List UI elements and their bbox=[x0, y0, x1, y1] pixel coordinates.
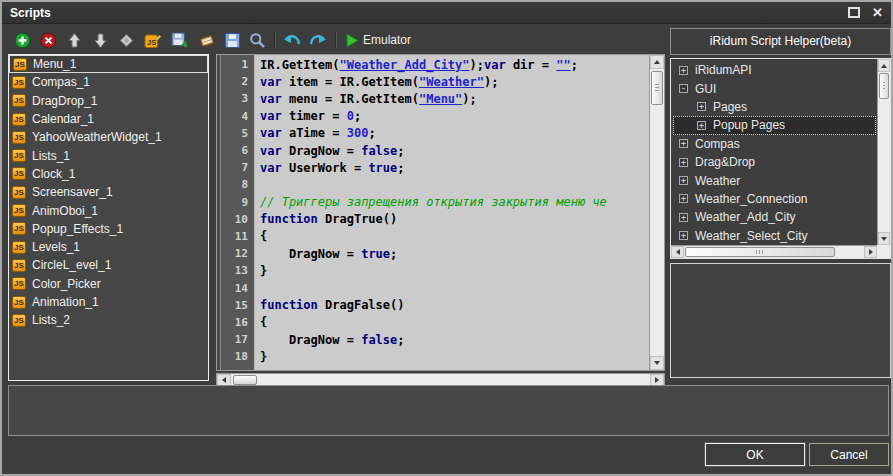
line-number: 14 bbox=[217, 282, 255, 295]
clear-script-button[interactable] bbox=[198, 32, 216, 49]
expand-icon[interactable]: + bbox=[697, 121, 706, 130]
play-icon bbox=[344, 32, 360, 49]
line-number: 7 bbox=[217, 161, 255, 174]
tree-horizontal-scrollbar[interactable] bbox=[671, 245, 877, 258]
scrollbar-thumb[interactable] bbox=[651, 71, 663, 105]
scroll-up-button[interactable] bbox=[650, 55, 664, 69]
expand-icon[interactable]: + bbox=[679, 213, 688, 222]
expand-icon[interactable]: + bbox=[679, 231, 688, 240]
save-script-button[interactable] bbox=[171, 32, 189, 49]
script-list-item[interactable]: JSCalendar_1 bbox=[9, 110, 208, 128]
triangle-right-icon bbox=[869, 249, 873, 255]
tree-item[interactable]: +Pages bbox=[673, 98, 876, 116]
tree-rows[interactable]: +iRidumAPI-GUI+Pages+Popup Pages+Compas+… bbox=[673, 61, 876, 244]
close-button[interactable]: ✕ bbox=[872, 7, 883, 19]
triangle-left-icon bbox=[222, 377, 226, 383]
script-list[interactable]: JSMenu_1JSCompas_1JSDragDrop_1JSCalendar… bbox=[8, 54, 209, 381]
script-list-item[interactable]: JSPopup_Effects_1 bbox=[9, 220, 208, 238]
script-list-item[interactable]: JSLevels_1 bbox=[9, 238, 208, 256]
scrollbar-thumb[interactable] bbox=[233, 375, 257, 385]
tree-item[interactable]: +iRidumAPI bbox=[673, 61, 876, 79]
panel-splitter[interactable] bbox=[210, 54, 215, 381]
code-line: 5var aTime = 300; bbox=[217, 125, 649, 142]
scroll-left-button[interactable] bbox=[671, 246, 684, 258]
find-button[interactable] bbox=[249, 32, 266, 49]
js-file-icon: JS bbox=[12, 241, 26, 254]
titlebar[interactable]: Scripts ✕ bbox=[2, 2, 891, 24]
editor-vertical-scrollbar[interactable] bbox=[649, 55, 664, 370]
maximize-button[interactable] bbox=[848, 7, 860, 18]
script-list-item[interactable]: JSMenu_1 bbox=[9, 55, 208, 73]
tree-item[interactable]: -GUI bbox=[673, 79, 876, 97]
code-area[interactable]: 1IR.GetItem("Weather_Add_City");var dir … bbox=[217, 56, 649, 370]
script-list-item[interactable]: JSYahooWeatherWidget_1 bbox=[9, 128, 208, 146]
tree-item[interactable]: +Weather_Add_City bbox=[673, 208, 876, 226]
triangle-down-icon bbox=[654, 361, 660, 365]
tree-item[interactable]: +Weather_Connection bbox=[673, 190, 876, 208]
scroll-down-button[interactable] bbox=[650, 356, 664, 370]
line-number: 11 bbox=[217, 230, 255, 243]
tree-item[interactable]: +Popup Pages bbox=[673, 116, 876, 134]
arrow-up-icon bbox=[66, 32, 83, 49]
tree-item-label: Compas bbox=[695, 137, 740, 151]
triangle-right-icon bbox=[655, 377, 659, 383]
script-list-item[interactable]: JSCircleL_evel_1 bbox=[9, 256, 208, 274]
floppy-icon bbox=[224, 32, 241, 49]
cancel-button[interactable]: Cancel bbox=[809, 443, 889, 466]
line-number: 8 bbox=[217, 178, 255, 191]
ok-button[interactable]: OK bbox=[705, 443, 805, 466]
script-list-item[interactable]: JSAnimOboi_1 bbox=[9, 201, 208, 219]
emulator-button[interactable]: Emulator bbox=[344, 32, 411, 49]
triangle-down-icon bbox=[881, 237, 887, 241]
line-number: 10 bbox=[217, 213, 255, 226]
script-list-item[interactable]: JSAnimation_1 bbox=[9, 293, 208, 311]
code-line: 6var DragNow = false; bbox=[217, 142, 649, 159]
tree-vertical-scrollbar[interactable] bbox=[877, 59, 890, 245]
js-file-icon: JS bbox=[12, 222, 26, 235]
tree-item[interactable]: +Weather bbox=[673, 171, 876, 189]
collapse-icon[interactable]: - bbox=[679, 84, 688, 93]
move-down-button[interactable] bbox=[92, 32, 109, 49]
expand-icon[interactable]: + bbox=[679, 139, 688, 148]
code-text: var timer = 0; bbox=[255, 109, 361, 123]
tree-item[interactable]: +Compas bbox=[673, 135, 876, 153]
svg-text:JS: JS bbox=[147, 37, 156, 46]
script-name: CircleL_evel_1 bbox=[32, 258, 111, 272]
expand-icon[interactable]: + bbox=[697, 102, 706, 111]
tree-item[interactable]: +Weather_Select_City bbox=[673, 227, 876, 244]
code-text: IR.GetItem("Weather_Add_City");var dir =… bbox=[255, 58, 578, 72]
code-text: var DragNow = false; bbox=[255, 144, 405, 158]
js-file-icon: JS bbox=[12, 296, 26, 309]
expand-icon[interactable]: + bbox=[679, 158, 688, 167]
delete-script-button[interactable] bbox=[40, 32, 57, 49]
save-button[interactable] bbox=[224, 32, 241, 49]
script-list-item[interactable]: JSDragDrop_1 bbox=[9, 92, 208, 110]
scroll-up-button[interactable] bbox=[878, 59, 890, 72]
tree-item[interactable]: +Drag&Drop bbox=[673, 153, 876, 171]
move-up-button[interactable] bbox=[66, 32, 83, 49]
script-list-item[interactable]: JSCompas_1 bbox=[9, 73, 208, 91]
window-title: Scripts bbox=[10, 6, 51, 20]
scroll-right-button[interactable] bbox=[864, 246, 877, 258]
script-list-item[interactable]: JSScreensaver_1 bbox=[9, 183, 208, 201]
script-name: AnimOboi_1 bbox=[32, 204, 98, 218]
script-name: Lists_2 bbox=[32, 313, 70, 327]
scrollbar-thumb[interactable] bbox=[685, 247, 835, 257]
redo-button[interactable] bbox=[309, 32, 327, 48]
add-script-button[interactable] bbox=[14, 32, 31, 49]
scrollbar-thumb[interactable] bbox=[879, 73, 889, 99]
script-list-item[interactable]: JSColor_Picker bbox=[9, 275, 208, 293]
script-name: Menu_1 bbox=[33, 57, 76, 71]
script-list-item[interactable]: JSClock_1 bbox=[9, 165, 208, 183]
script-list-item[interactable]: JSLists_1 bbox=[9, 146, 208, 164]
scroll-down-button[interactable] bbox=[878, 232, 890, 245]
line-number: 16 bbox=[217, 316, 255, 329]
diamond-button[interactable] bbox=[118, 32, 135, 49]
script-list-item[interactable]: JSLists_2 bbox=[9, 311, 208, 329]
expand-icon[interactable]: + bbox=[679, 66, 688, 75]
edit-script-button[interactable]: JS bbox=[144, 32, 162, 49]
expand-icon[interactable]: + bbox=[679, 176, 688, 185]
expand-icon[interactable]: + bbox=[679, 194, 688, 203]
undo-button[interactable] bbox=[283, 32, 301, 48]
code-text: } bbox=[255, 264, 267, 278]
